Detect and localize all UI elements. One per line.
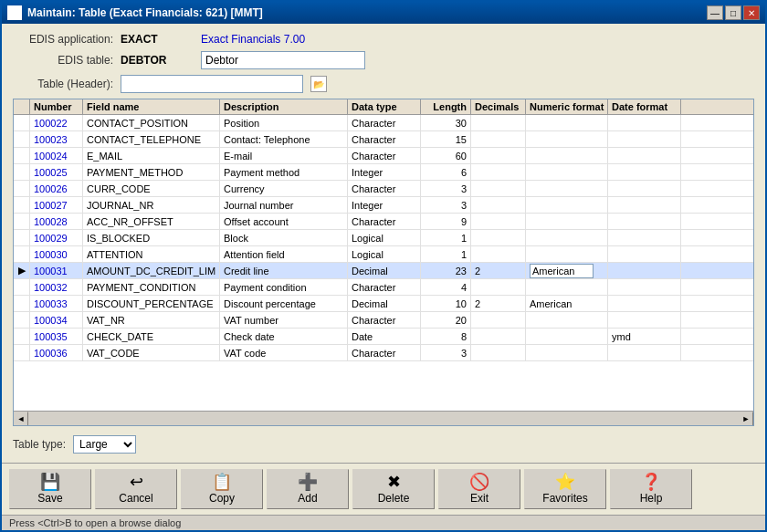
- row-fieldname: DISCOUNT_PERCENTAGE: [83, 296, 220, 311]
- help-button[interactable]: ❓ Help: [610, 469, 692, 509]
- row-dateformat: [608, 246, 681, 262]
- row-dtype: Character: [348, 131, 421, 147]
- row-dtype: Date: [348, 329, 421, 344]
- title-bar: ▦ Maintain: Table (Exact Financials: 621…: [2, 2, 765, 24]
- row-decimals: [471, 230, 526, 245]
- save-button[interactable]: 💾 Save: [9, 469, 91, 509]
- title-bar-left: ▦ Maintain: Table (Exact Financials: 621…: [7, 5, 263, 20]
- row-dtype: Integer: [348, 164, 421, 180]
- table-row[interactable]: 100033 DISCOUNT_PERCENTAGE Discount perc…: [14, 296, 753, 312]
- row-number[interactable]: 100022: [30, 115, 83, 130]
- row-dateformat: [608, 164, 681, 180]
- row-number[interactable]: 100023: [30, 131, 83, 147]
- row-number[interactable]: 100034: [30, 312, 83, 328]
- row-number[interactable]: 100024: [30, 148, 83, 163]
- row-length: 1: [421, 246, 471, 262]
- table-row[interactable]: 100036 VAT_CODE VAT code Character 3: [14, 345, 753, 361]
- row-numformat: [526, 164, 608, 180]
- row-number[interactable]: 100026: [30, 181, 83, 196]
- table-row[interactable]: 100023 CONTACT_TELEPHONE Contact: Teleph…: [14, 131, 753, 148]
- add-button[interactable]: ➕ Add: [267, 469, 349, 509]
- table-row[interactable]: 100025 PAYMENT_METHOD Payment method Int…: [14, 164, 753, 181]
- row-desc: Check date: [220, 329, 348, 344]
- row-number[interactable]: 100033: [30, 296, 83, 311]
- status-bar: Press <Ctrl>B to open a browse dialog: [2, 515, 765, 530]
- restore-button[interactable]: □: [725, 5, 741, 20]
- table-header-row: Table (Header): 📂: [13, 75, 754, 93]
- row-number[interactable]: 100035: [30, 329, 83, 344]
- debtor-input[interactable]: [201, 51, 365, 69]
- scroll-left-button[interactable]: ◄: [14, 412, 28, 426]
- row-numformat: [526, 131, 608, 147]
- add-icon: ➕: [298, 474, 318, 490]
- table-row[interactable]: 100032 PAYMENT_CONDITION Payment conditi…: [14, 279, 753, 296]
- copy-button[interactable]: 📋 Copy: [181, 469, 263, 509]
- row-fieldname: IS_BLOCKED: [83, 230, 220, 245]
- row-number[interactable]: 100027: [30, 197, 83, 213]
- horizontal-scrollbar[interactable]: ◄ ►: [14, 411, 753, 425]
- row-decimals: [471, 214, 526, 229]
- row-number[interactable]: 100036: [30, 345, 83, 360]
- table-row[interactable]: 100027 JOURNAL_NR Journal number Integer…: [14, 197, 753, 214]
- row-length: 8: [421, 329, 471, 344]
- row-length: 60: [421, 148, 471, 163]
- row-numformat: [526, 214, 608, 229]
- row-dtype: Decimal: [348, 296, 421, 311]
- window-title: Maintain: Table (Exact Financials: 621) …: [27, 6, 263, 19]
- row-dateformat: [608, 345, 681, 360]
- cancel-label: Cancel: [119, 492, 152, 505]
- row-fieldname: PAYMENT_METHOD: [83, 164, 220, 180]
- delete-icon: ✖: [387, 474, 401, 490]
- row-dateformat: [608, 197, 681, 213]
- table-type-select[interactable]: Small Medium Large: [73, 435, 136, 454]
- favorites-button[interactable]: ⭐ Favorites: [524, 469, 606, 509]
- cancel-icon: ↩: [130, 474, 143, 490]
- table-row[interactable]: 100035 CHECK_DATE Check date Date 8 ymd: [14, 329, 753, 345]
- table-row[interactable]: 100028 ACC_NR_OFFSET Offset account Char…: [14, 214, 753, 230]
- edis-app-label: EDIS application:: [13, 33, 113, 46]
- table-row[interactable]: ▶ 100031 AMOUNT_DC_CREDIT_LIM Credit lin…: [14, 263, 753, 279]
- table-row[interactable]: 100034 VAT_NR VAT number Character 20: [14, 312, 753, 329]
- row-dtype: Character: [348, 312, 421, 328]
- content-area: EDIS application: EXACT Exact Financials…: [2, 24, 765, 463]
- numeric-format-input[interactable]: [530, 264, 594, 278]
- row-indicator: [14, 296, 30, 311]
- exit-button[interactable]: 🚫 Exit: [438, 469, 520, 509]
- table-row[interactable]: 100030 ATTENTION Attention field Logical…: [14, 246, 753, 263]
- table-header-input[interactable]: [121, 75, 303, 93]
- table-row[interactable]: 100026 CURR_CODE Currency Character 3: [14, 181, 753, 197]
- table-row[interactable]: 100029 IS_BLOCKED Block Logical 1: [14, 230, 753, 246]
- row-number[interactable]: 100032: [30, 279, 83, 295]
- grid-body[interactable]: 100022 CONTACT_POSITION Position Charact…: [14, 115, 753, 411]
- row-number[interactable]: 100025: [30, 164, 83, 180]
- edis-app-link[interactable]: Exact Financials 7.00: [201, 33, 305, 46]
- table-row[interactable]: 100022 CONTACT_POSITION Position Charact…: [14, 115, 753, 131]
- header-dateformat: Date format: [608, 99, 681, 114]
- row-indicator: [14, 181, 30, 196]
- row-dateformat: [608, 148, 681, 163]
- row-fieldname: AMOUNT_DC_CREDIT_LIM: [83, 263, 220, 278]
- row-decimals: 2: [471, 296, 526, 311]
- row-dtype: Character: [348, 148, 421, 163]
- cancel-button[interactable]: ↩ Cancel: [95, 469, 177, 509]
- close-button[interactable]: ✕: [743, 5, 760, 20]
- row-dtype: Logical: [348, 246, 421, 262]
- delete-button[interactable]: ✖ Delete: [352, 469, 435, 509]
- row-numformat: [526, 345, 608, 360]
- table-row[interactable]: 100024 E_MAIL E-mail Character 60: [14, 148, 753, 164]
- browse-icon[interactable]: 📂: [310, 76, 327, 92]
- row-dateformat: [608, 296, 681, 311]
- row-fieldname: CONTACT_POSITION: [83, 115, 220, 130]
- row-dtype: Character: [348, 345, 421, 360]
- row-number[interactable]: 100030: [30, 246, 83, 262]
- row-desc: Payment method: [220, 164, 348, 180]
- row-numformat[interactable]: [526, 263, 608, 278]
- row-number[interactable]: 100031: [30, 263, 83, 278]
- row-number[interactable]: 100028: [30, 214, 83, 229]
- scroll-right-button[interactable]: ►: [739, 412, 753, 426]
- minimize-button[interactable]: —: [707, 5, 723, 20]
- favorites-label: Favorites: [542, 492, 587, 505]
- row-dateformat: [608, 279, 681, 295]
- row-number[interactable]: 100029: [30, 230, 83, 245]
- row-numformat: [526, 230, 608, 245]
